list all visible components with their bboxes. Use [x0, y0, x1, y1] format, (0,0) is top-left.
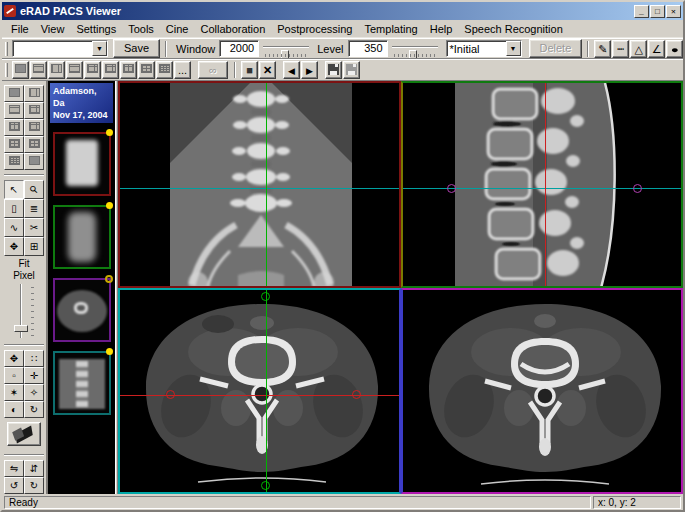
crosshair-handle[interactable]: [261, 292, 270, 301]
flip-horizontal-button[interactable]: ⇋: [4, 460, 24, 477]
palette-layout-3x3b-button[interactable]: [24, 136, 44, 153]
menu-file[interactable]: File: [5, 21, 35, 37]
roi-box-button[interactable]: ▫: [4, 367, 24, 384]
zoom-region-tool-button[interactable]: ⊞: [24, 237, 44, 256]
thumbnail-scout-frontal[interactable]: [53, 132, 111, 196]
menu-cine[interactable]: Cine: [160, 21, 195, 37]
save-button[interactable]: Save: [113, 39, 160, 58]
level-slider[interactable]: [392, 41, 438, 57]
menu-postprocessing[interactable]: Postprocessing: [271, 21, 358, 37]
dot-grid-button[interactable]: ∷: [24, 350, 44, 367]
eraser-button[interactable]: [7, 422, 41, 446]
palette-layout-2rows-button[interactable]: [4, 102, 24, 119]
layout-2rows-button[interactable]: [30, 61, 47, 79]
menu-help[interactable]: Help: [424, 21, 459, 37]
window-slider[interactable]: [263, 41, 309, 57]
layout-4x4-button[interactable]: [156, 61, 173, 79]
viewport-axial[interactable]: [401, 288, 684, 495]
rotate-cw-button[interactable]: ↻: [24, 477, 44, 494]
next-series-button[interactable]: ▶: [301, 61, 318, 79]
close-series-button[interactable]: ✕: [259, 61, 276, 79]
enhance-button[interactable]: ✶: [4, 384, 24, 401]
level-value-field[interactable]: 350: [348, 40, 388, 57]
crosshair-handle[interactable]: [447, 184, 456, 193]
save-state-alt-button[interactable]: [343, 61, 360, 79]
layout-3x3-button[interactable]: [138, 61, 155, 79]
thumbnail-coronal[interactable]: [53, 351, 111, 415]
palette-layout-2x2b-button[interactable]: [24, 119, 44, 136]
toolbar-grip[interactable]: [5, 42, 8, 56]
layout-1x1-button[interactable]: [12, 61, 29, 79]
crosshair-button[interactable]: ✛: [24, 367, 44, 384]
level-slider-track[interactable]: [392, 46, 438, 48]
save-state-button[interactable]: [325, 61, 342, 79]
ellipse-roi-tool-button[interactable]: ●: [666, 40, 683, 58]
previous-series-button[interactable]: ◀: [283, 61, 300, 79]
toolbar-grip[interactable]: [5, 63, 8, 77]
pencil-tool-button[interactable]: ✎: [594, 40, 611, 58]
palette-layout-1x1-button[interactable]: [4, 85, 24, 102]
thumbnail-scout-lateral[interactable]: [53, 205, 111, 269]
viewport-axial-reference[interactable]: [118, 288, 401, 495]
menu-tools[interactable]: Tools: [122, 21, 160, 37]
viewport-coronal[interactable]: [118, 81, 401, 288]
fit-label[interactable]: Fit: [13, 258, 35, 270]
crosshair-handle[interactable]: [633, 184, 642, 193]
menu-view[interactable]: View: [35, 21, 71, 37]
viewport-sagittal[interactable]: [401, 81, 684, 288]
palette-layout-3x2-button[interactable]: [4, 119, 24, 136]
layout-1plus2-button[interactable]: [66, 61, 83, 79]
layout-2cols-button[interactable]: [48, 61, 65, 79]
angle-tool-button[interactable]: △: [630, 40, 647, 58]
rotate-ccw-button[interactable]: ↺: [4, 477, 24, 494]
patient-banner[interactable]: Adamson, Da Nov 17, 2004: [50, 83, 113, 123]
invert-button[interactable]: ◐: [4, 401, 24, 418]
stack-scroll-tool-button[interactable]: ≣: [24, 199, 44, 218]
palette-layout-3x3-button[interactable]: [4, 136, 24, 153]
zoom-slider[interactable]: [11, 284, 37, 338]
delete-button[interactable]: Delete: [529, 39, 583, 58]
pixel-label[interactable]: Pixel: [13, 270, 35, 282]
layout-1plus3-button[interactable]: [84, 61, 101, 79]
preset-combobox[interactable]: ▼: [12, 40, 108, 57]
menu-collaboration[interactable]: Collaboration: [194, 21, 271, 37]
palette-layout-2x2-button[interactable]: [24, 102, 44, 119]
chevron-down-icon[interactable]: ▼: [506, 41, 521, 56]
stop-cine-button[interactable]: ■: [241, 61, 258, 79]
menu-templating[interactable]: Templating: [359, 21, 424, 37]
palette-layout-2cols-button[interactable]: [24, 85, 44, 102]
crosshair-handle[interactable]: [261, 481, 270, 490]
crosshair-horizontal[interactable]: [120, 188, 399, 189]
crosshair-vertical[interactable]: [545, 83, 546, 286]
state-combobox[interactable]: *Initial ▼: [446, 40, 522, 57]
ruler-tool-button[interactable]: ┉: [612, 40, 629, 58]
layout-custom-button[interactable]: ...: [174, 61, 191, 79]
palette-layout-current-button[interactable]: [24, 153, 44, 170]
chevron-down-icon[interactable]: ▼: [92, 41, 107, 56]
pan-tool-button[interactable]: ✥: [4, 237, 24, 256]
magnifier-tool-button[interactable]: ⚲: [24, 180, 44, 199]
reset-pan-button[interactable]: ✥: [4, 350, 24, 367]
palette-layout-4x4-button[interactable]: [4, 153, 24, 170]
link-series-button[interactable]: ∞: [198, 61, 228, 79]
crosshair-vertical[interactable]: [266, 290, 267, 493]
flip-vertical-button[interactable]: ⇵: [24, 460, 44, 477]
window-level-tool-button[interactable]: ▯: [4, 199, 24, 218]
window-value-field[interactable]: 2000: [219, 40, 259, 57]
thumbnail-axial[interactable]: [53, 278, 111, 342]
zoom-slider-thumb[interactable]: [14, 325, 28, 332]
crosshair-handle[interactable]: [166, 390, 175, 399]
sharpen-button[interactable]: ✧: [24, 384, 44, 401]
crosshair-vertical[interactable]: [266, 83, 267, 286]
minimize-button[interactable]: _: [634, 5, 649, 18]
window-slider-track[interactable]: [263, 46, 309, 48]
crosshair-handle[interactable]: [352, 390, 361, 399]
maximize-button[interactable]: □: [650, 5, 665, 18]
menu-settings[interactable]: Settings: [70, 21, 122, 37]
pointer-tool-button[interactable]: ↖: [4, 180, 24, 199]
menu-speech-recognition[interactable]: Speech Recognition: [458, 21, 568, 37]
crop-tool-button[interactable]: ✂: [24, 218, 44, 237]
refresh-button[interactable]: ↻: [24, 401, 44, 418]
cobb-angle-tool-button[interactable]: ∠: [648, 40, 665, 58]
contrast-curve-tool-button[interactable]: ∿: [4, 218, 24, 237]
